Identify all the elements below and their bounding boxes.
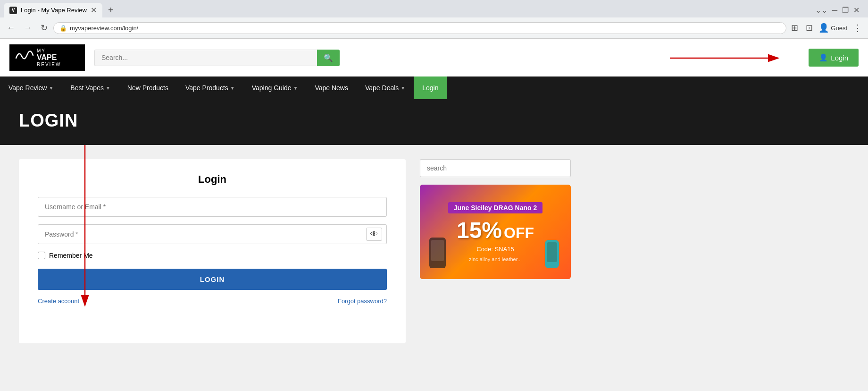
nav-item-vape-review[interactable]: Vape Review ▼ bbox=[0, 76, 62, 99]
minimize-button[interactable]: ─ bbox=[832, 6, 837, 15]
logo-my: MY bbox=[37, 48, 61, 53]
login-btn-label: Login bbox=[831, 54, 848, 62]
address-text: myvapereview.com/login/ bbox=[70, 25, 780, 32]
create-account-link[interactable]: Create account bbox=[38, 298, 79, 305]
logo-icon bbox=[15, 49, 34, 67]
user-icon: 👤 bbox=[819, 53, 828, 62]
ad-title: June Siciley DRAG Nano 2 bbox=[448, 202, 543, 213]
login-submit-button[interactable]: LOGIN bbox=[38, 269, 387, 290]
browser-tabs: V Login - My Vape Review ✕ + ⌄⌄ ─ ❐ ✕ bbox=[0, 0, 868, 17]
browser-tab-active[interactable]: V Login - My Vape Review ✕ bbox=[4, 3, 102, 17]
ad-device-right bbox=[542, 235, 566, 274]
tab-title: Login - My Vape Review bbox=[21, 7, 87, 14]
restore-button[interactable]: ❐ bbox=[842, 6, 849, 15]
password-wrap: 👁 bbox=[38, 224, 387, 244]
header-login-button[interactable]: 👤 Login bbox=[809, 49, 859, 67]
header-search-input[interactable] bbox=[94, 50, 317, 66]
nav-item-vape-products[interactable]: Vape Products ▼ bbox=[177, 76, 243, 99]
main-content: Login 👁 Remember Me LOGIN bbox=[0, 145, 868, 357]
browser-chrome: V Login - My Vape Review ✕ + ⌄⌄ ─ ❐ ✕ ← … bbox=[0, 0, 868, 39]
username-input[interactable] bbox=[38, 197, 387, 217]
username-field-wrap bbox=[38, 197, 387, 217]
nav-item-vape-deals[interactable]: Vape Deals ▼ bbox=[357, 76, 414, 99]
nav-arrow-vape-deals: ▼ bbox=[401, 85, 405, 91]
browser-toolbar: ← → ↻ 🔒 myvapereview.com/login/ ⊞ ⊡ 👤 Gu… bbox=[0, 17, 868, 38]
account-icon: 👤 bbox=[818, 23, 829, 33]
nav-arrow-best-vapes: ▼ bbox=[106, 85, 110, 91]
nav-label-vape-review: Vape Review bbox=[8, 84, 47, 92]
svg-rect-7 bbox=[547, 242, 557, 262]
logo-review: REVIEW bbox=[37, 62, 61, 67]
menu-button[interactable]: ⋮ bbox=[851, 20, 864, 35]
page-title: LOGIN bbox=[19, 110, 849, 131]
ad-off-label: OFF bbox=[504, 224, 534, 242]
ad-discount-group: 15% OFF bbox=[457, 219, 534, 242]
nav-label-login: Login bbox=[422, 84, 438, 92]
back-button[interactable]: ← bbox=[4, 21, 18, 35]
ad-banner-inner: June Siciley DRAG Nano 2 15% OFF Code: S… bbox=[420, 185, 571, 279]
password-field-wrap: 👁 bbox=[38, 224, 387, 244]
close-window-button[interactable]: ✕ bbox=[853, 6, 860, 15]
tab-close-button[interactable]: ✕ bbox=[91, 6, 97, 15]
form-links: Create account Forgot password? bbox=[38, 298, 387, 305]
apps-button[interactable]: ⊞ bbox=[789, 21, 800, 35]
page-hero: LOGIN bbox=[0, 99, 868, 145]
ad-device-left bbox=[425, 235, 453, 274]
nav-arrow-vape-products: ▼ bbox=[230, 85, 235, 91]
login-button-area: 👤 Login bbox=[809, 49, 859, 67]
login-form-panel: Login 👁 Remember Me LOGIN bbox=[19, 159, 406, 343]
nav-item-best-vapes[interactable]: Best Vapes ▼ bbox=[62, 76, 118, 99]
nav-item-vape-news[interactable]: Vape News bbox=[306, 76, 357, 99]
ad-subtitle: zinc alloy and leather... bbox=[469, 256, 522, 262]
website: MY VAPE REVIEW 🔍 👤 Logi bbox=[0, 39, 868, 357]
login-submit-label: LOGIN bbox=[200, 275, 225, 283]
nav-label-best-vapes: Best Vapes bbox=[70, 84, 104, 92]
new-tab-button[interactable]: + bbox=[104, 5, 117, 16]
header-search: 🔍 bbox=[94, 50, 340, 66]
password-input[interactable] bbox=[38, 224, 387, 244]
ad-discount-value: 15% bbox=[457, 219, 502, 242]
logo-text: MY VAPE REVIEW bbox=[37, 48, 61, 67]
nav-label-vape-news: Vape News bbox=[315, 84, 348, 92]
nav-label-new-products: New Products bbox=[127, 84, 168, 92]
nav-label-vaping-guide: Vaping Guide bbox=[252, 84, 292, 92]
sidebar: June Siciley DRAG Nano 2 15% OFF Code: S… bbox=[420, 159, 571, 343]
remember-me-checkbox[interactable] bbox=[38, 252, 45, 259]
login-form-title: Login bbox=[38, 173, 387, 186]
remember-me-label: Remember Me bbox=[49, 252, 93, 259]
nav-label-vape-products: Vape Products bbox=[185, 84, 228, 92]
sidebar-search-input[interactable] bbox=[420, 159, 571, 177]
nav-item-login[interactable]: Login bbox=[414, 76, 447, 99]
refresh-button[interactable]: ↻ bbox=[38, 21, 50, 35]
site-header: MY VAPE REVIEW 🔍 👤 Logi bbox=[0, 39, 868, 76]
nav-arrow-vaping-guide: ▼ bbox=[293, 85, 298, 91]
minimize-down-button[interactable]: ⌄⌄ bbox=[815, 6, 827, 15]
account-name: Guest bbox=[831, 25, 847, 32]
logo-vape: VAPE bbox=[37, 53, 61, 62]
toggle-password-button[interactable]: 👁 bbox=[366, 228, 382, 241]
account-button[interactable]: 👤 Guest bbox=[818, 23, 847, 33]
site-logo[interactable]: MY VAPE REVIEW bbox=[9, 44, 85, 71]
lock-icon: 🔒 bbox=[59, 25, 67, 32]
remember-wrap: Remember Me bbox=[38, 252, 387, 259]
forward-button[interactable]: → bbox=[21, 21, 35, 35]
ad-banner[interactable]: June Siciley DRAG Nano 2 15% OFF Code: S… bbox=[420, 185, 571, 279]
nav-arrow-vape-review: ▼ bbox=[49, 85, 53, 91]
nav-item-new-products[interactable]: New Products bbox=[119, 76, 177, 99]
browser-actions: ⊞ ⊡ 👤 Guest ⋮ bbox=[789, 20, 864, 35]
forgot-password-link[interactable]: Forgot password? bbox=[338, 298, 387, 305]
sidebar-button[interactable]: ⊡ bbox=[804, 21, 815, 35]
nav-label-vape-deals: Vape Deals bbox=[365, 84, 399, 92]
nav-item-vaping-guide[interactable]: Vaping Guide ▼ bbox=[243, 76, 307, 99]
red-arrow-annotation bbox=[665, 44, 797, 72]
ad-code: Code: SNA15 bbox=[476, 246, 514, 253]
address-bar[interactable]: 🔒 myvapereview.com/login/ bbox=[53, 22, 786, 34]
favicon-icon: V bbox=[9, 7, 17, 14]
svg-rect-5 bbox=[431, 240, 444, 261]
site-nav: Vape Review ▼ Best Vapes ▼ New Products … bbox=[0, 76, 868, 99]
header-search-button[interactable]: 🔍 bbox=[317, 50, 340, 66]
